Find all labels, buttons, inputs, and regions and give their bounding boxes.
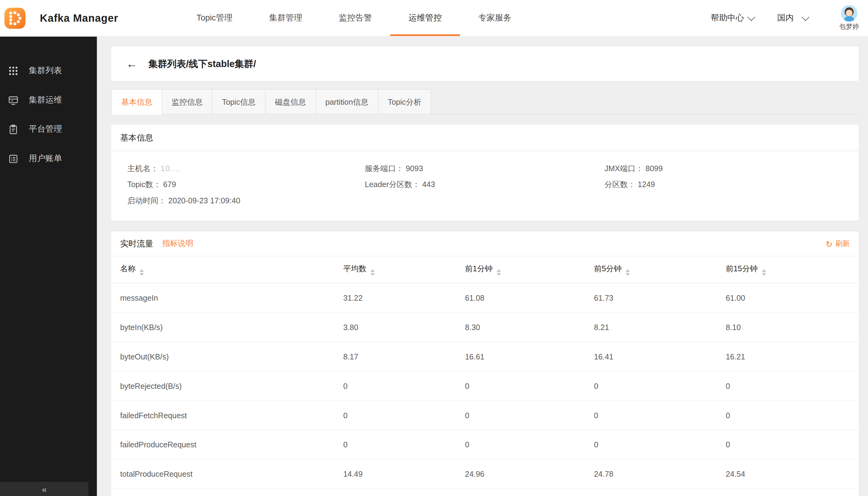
metric-name-cell: byteIn(KB/s) — [111, 313, 334, 342]
metric-avg-cell: 3.80 — [334, 313, 456, 342]
collapse-icon: « — [42, 484, 47, 494]
detail-tabs: 基本信息 监控信息 Topic信息 磁盘信息 partition信息 Topic… — [111, 89, 859, 114]
metric-5min-cell: 0 — [585, 401, 717, 430]
sidebar-item-cluster-ops[interactable]: 集群运维 — [0, 86, 97, 115]
tab-monitor-info[interactable]: 监控信息 — [162, 89, 213, 114]
table-header-row: 名称 平均数 前1分钟 前5分钟 前15分钟 — [111, 256, 859, 283]
table-row: failedFetchRequest 0 0 0 0 — [111, 401, 859, 430]
metric-15min-cell: 8.10 — [717, 313, 858, 342]
nav-item-monitor-alert[interactable]: 监控告警 — [320, 0, 390, 36]
metric-5min-cell: 8.21 — [585, 313, 717, 342]
metrics-table: 名称 平均数 前1分钟 前5分钟 前15分钟 messageIn 31.22 6… — [111, 256, 859, 496]
app-root: Kafka Manager Topic管理 集群管理 监控告警 运维管控 专家服… — [0, 0, 868, 496]
sidebar-item-platform-manage[interactable]: 平台管理 — [0, 114, 97, 144]
metric-description-link[interactable]: 指标说明 — [162, 239, 193, 249]
sidebar-item-user-bill[interactable]: 用户账单 — [0, 144, 97, 173]
metric-15min-cell: 0 — [717, 371, 858, 401]
nav-item-ops-control[interactable]: 运维管控 — [390, 0, 460, 36]
field-partition-count: 分区数：1249 — [604, 177, 858, 192]
metric-name-cell: totalProduceRequest — [111, 459, 334, 489]
metric-name-cell: totalFetchRequest — [111, 489, 334, 496]
tab-disk-info[interactable]: 磁盘信息 — [266, 89, 316, 114]
metric-1min-cell: 0 — [456, 430, 585, 459]
column-header-last-1min[interactable]: 前1分钟 — [456, 256, 585, 283]
table-row: messageIn 31.22 61.08 61.73 61.00 — [111, 283, 859, 313]
metric-1min-cell: 0 — [456, 401, 585, 430]
table-row: byteOut(KB/s) 8.17 16.61 16.41 16.21 — [111, 342, 859, 371]
column-header-avg[interactable]: 平均数 — [334, 256, 456, 283]
sort-icon[interactable] — [761, 269, 766, 276]
metric-name-cell: messageIn — [111, 283, 334, 313]
table-row: byteRejected(B/s) 0 0 0 0 — [111, 371, 859, 401]
region-selector[interactable]: 国内 — [777, 13, 807, 23]
field-value: 9093 — [406, 164, 423, 173]
table-row: totalFetchRequest 13308.80 21399.05 2140… — [111, 489, 859, 496]
user-menu[interactable]: 包梦婷 — [839, 4, 859, 31]
field-label: 主机名： — [127, 164, 158, 173]
breadcrumb: 集群列表/线下stable集群/ — [148, 57, 256, 70]
field-value: 443 — [422, 180, 435, 189]
basic-info-title: 基本信息 — [111, 125, 859, 151]
tab-topic-analysis[interactable]: Topic分析 — [378, 89, 431, 114]
main-nav: Topic管理 集群管理 监控告警 运维管控 专家服务 — [178, 0, 530, 36]
tab-basic-info[interactable]: 基本信息 — [111, 89, 162, 114]
field-label: 启动时间： — [127, 196, 166, 205]
app-logo-icon[interactable] — [4, 7, 26, 29]
basic-info-fields: 主机名：10.... 服务端口：9093 JMX端口：8099 Topic数：6… — [111, 151, 859, 220]
avatar — [841, 4, 857, 21]
metric-avg-cell: 14.49 — [334, 459, 456, 489]
sidebar-item-label: 集群运维 — [29, 95, 62, 105]
tab-topic-info[interactable]: Topic信息 — [213, 89, 266, 114]
sort-icon[interactable] — [625, 269, 630, 276]
realtime-title: 实时流量 — [120, 238, 153, 249]
column-header-last-15min[interactable]: 前15分钟 — [717, 256, 858, 283]
user-bill-icon — [7, 153, 19, 164]
sort-icon[interactable] — [370, 269, 375, 276]
field-value: 679 — [163, 180, 176, 189]
sidebar: 集群列表 集群运维 平 — [0, 36, 97, 496]
field-value: 8099 — [646, 164, 663, 173]
back-button[interactable]: ← — [126, 58, 137, 69]
cluster-ops-icon — [7, 94, 19, 105]
chevron-down-icon — [802, 13, 809, 21]
metric-15min-cell: 16.21 — [717, 342, 858, 371]
field-label: 分区数： — [604, 180, 635, 189]
field-label: JMX端口： — [604, 164, 643, 173]
sidebar-item-label: 平台管理 — [29, 124, 62, 135]
main-content: ← 集群列表/线下stable集群/ 基本信息 监控信息 Topic信息 磁盘信… — [97, 36, 868, 496]
nav-item-expert-service[interactable]: 专家服务 — [460, 0, 530, 36]
column-header-last-5min[interactable]: 前5分钟 — [585, 256, 717, 283]
metric-1min-cell: 8.30 — [456, 313, 585, 342]
sidebar-collapse-button[interactable]: « — [0, 482, 89, 496]
metric-avg-cell: 0 — [334, 371, 456, 401]
metric-5min-cell: 24.78 — [585, 459, 717, 489]
sort-icon[interactable] — [140, 269, 144, 276]
user-name: 包梦婷 — [839, 22, 859, 31]
metric-avg-cell: 31.22 — [334, 283, 456, 313]
metric-5min-cell: 16.41 — [585, 342, 717, 371]
platform-manage-icon — [7, 124, 19, 135]
column-header-name[interactable]: 名称 — [111, 256, 334, 283]
nav-item-topic-manage[interactable]: Topic管理 — [178, 0, 251, 36]
field-topic-count: Topic数：679 — [127, 177, 365, 192]
metric-1min-cell: 21399.05 — [456, 489, 585, 496]
help-center-link[interactable]: 帮助中心 — [711, 13, 753, 23]
sort-icon[interactable] — [496, 269, 501, 276]
field-label: Topic数： — [127, 180, 161, 189]
table-row: byteIn(KB/s) 3.80 8.30 8.21 8.10 — [111, 313, 859, 342]
metric-5min-cell: 61.73 — [585, 283, 717, 313]
tab-partition-info[interactable]: partition信息 — [316, 89, 378, 114]
basic-info-card: 基本信息 主机名：10.... 服务端口：9093 JMX端口：8099 Top… — [111, 125, 859, 220]
sidebar-items: 集群列表 集群运维 平 — [0, 36, 97, 174]
sidebar-item-cluster-list[interactable]: 集群列表 — [0, 56, 97, 86]
logo-dots-d — [4, 7, 26, 29]
nav-item-cluster-manage[interactable]: 集群管理 — [251, 0, 320, 36]
metric-name-cell: byteRejected(B/s) — [111, 371, 334, 401]
field-value: 1249 — [638, 180, 655, 189]
refresh-button[interactable]: ↻ 刷新 — [825, 239, 850, 249]
metric-1min-cell: 0 — [456, 371, 585, 401]
metric-name-cell: failedFetchRequest — [111, 401, 334, 430]
realtime-traffic-card: 实时流量 指标说明 ↻ 刷新 名称 平均数 前1分钟 前5分钟 前15分钟 — [111, 231, 859, 496]
field-service-port: 服务端口：9093 — [365, 161, 604, 177]
metric-15min-cell: 24.54 — [717, 459, 858, 489]
